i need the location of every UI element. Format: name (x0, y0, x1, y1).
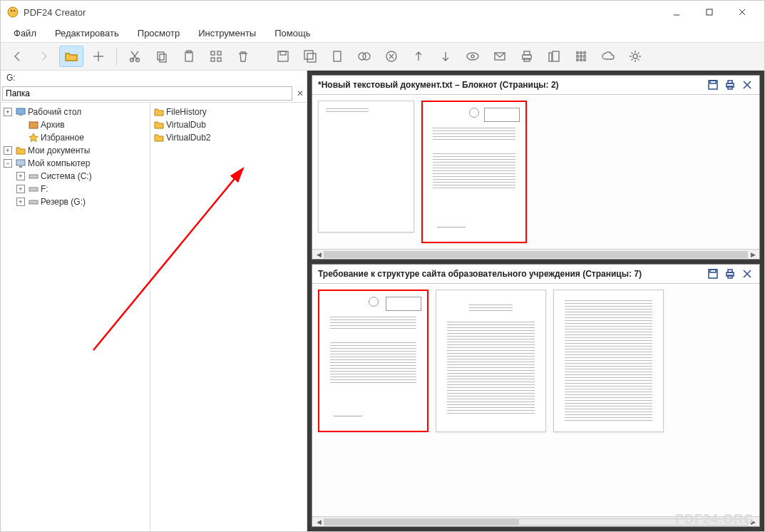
svg-rect-43 (16, 108, 25, 114)
doc-save-button[interactable] (707, 267, 719, 280)
cloud-button[interactable] (596, 46, 620, 67)
fax-button[interactable] (542, 46, 566, 67)
doc-pages (312, 284, 759, 516)
add-button[interactable] (86, 46, 111, 67)
svg-point-34 (580, 52, 582, 54)
window-title: PDF24 Creator (24, 7, 660, 18)
minimize-button[interactable] (660, 1, 693, 24)
menu-edit[interactable]: Редактировать (46, 25, 128, 41)
forward-button[interactable] (32, 46, 56, 67)
drive-icon (28, 170, 39, 182)
svg-rect-14 (217, 51, 221, 55)
page-thumb-selected[interactable] (421, 101, 527, 243)
doc-title: *Новый текстовый документ.txt – Блокнот … (318, 80, 707, 90)
tree-reserve-g[interactable]: +Резерв (G:) (2, 195, 148, 208)
svg-point-25 (467, 53, 478, 60)
titlebar: PDF24 Creator (1, 1, 764, 24)
save-all-button[interactable] (298, 46, 322, 67)
new-doc-button[interactable] (325, 46, 349, 67)
copy-button[interactable] (150, 46, 174, 67)
down-button[interactable] (433, 46, 458, 67)
maximize-button[interactable] (693, 1, 726, 24)
doc-save-button[interactable] (707, 78, 719, 91)
doc-close-button[interactable] (741, 78, 754, 91)
page-thumb-selected[interactable] (318, 290, 428, 432)
svg-point-37 (580, 56, 582, 58)
menu-help[interactable]: Помощь (266, 25, 319, 41)
file-item[interactable]: FileHistory (152, 106, 305, 118)
doc-header: *Новый текстовый документ.txt – Блокнот … (312, 76, 759, 95)
svg-rect-32 (553, 51, 559, 61)
doc-close-button[interactable] (741, 267, 754, 280)
svg-rect-21 (334, 51, 341, 61)
file-list[interactable]: FileHistory VirtualDub VirtualDub2 (150, 103, 307, 531)
svg-rect-60 (728, 275, 732, 278)
folder-input[interactable] (2, 86, 292, 101)
archive-icon (28, 119, 39, 131)
svg-point-0 (8, 7, 18, 17)
tree-drive-f[interactable]: +F: (2, 183, 148, 195)
remove-button[interactable] (379, 46, 404, 67)
tree-archive[interactable]: Архив (2, 118, 148, 131)
up-button[interactable] (406, 46, 431, 67)
app-window: PDF24 Creator Файл Редактировать Просмот… (0, 0, 765, 532)
svg-point-41 (584, 59, 586, 61)
page-thumb[interactable] (318, 101, 414, 232)
preview-button[interactable] (461, 46, 485, 67)
svg-point-38 (584, 56, 586, 58)
main-area: G: ✕ +Рабочий стол Архив Избранное +Мои … (1, 71, 764, 531)
horizontal-scrollbar[interactable]: ◀ ▶ (312, 249, 759, 259)
doc-title: Требование к структуре сайта образовател… (318, 269, 707, 279)
doc-print-button[interactable] (724, 267, 736, 280)
clear-folder-icon[interactable]: ✕ (294, 88, 307, 98)
page-thumb[interactable] (553, 290, 664, 432)
page-thumb[interactable] (436, 290, 546, 432)
tree-mycomputer[interactable]: −Мой компьютер (2, 157, 148, 170)
cut-button[interactable] (123, 46, 147, 67)
svg-rect-4 (707, 9, 712, 15)
back-button[interactable] (5, 46, 29, 67)
file-item[interactable]: VirtualDub (152, 118, 305, 131)
svg-rect-30 (524, 58, 530, 61)
folder-tree[interactable]: +Рабочий стол Архив Избранное +Мои докум… (1, 103, 150, 531)
scroll-left-icon[interactable]: ◀ (314, 518, 324, 526)
svg-point-23 (363, 53, 370, 60)
tree-system-c[interactable]: +Система (C:) (2, 170, 148, 183)
tree-favorites[interactable]: Избранное (2, 131, 148, 144)
grid2-button[interactable] (569, 46, 593, 67)
tree-mydocs[interactable]: +Мои документы (2, 144, 148, 157)
toolbar-separator (116, 47, 117, 66)
scroll-left-icon[interactable]: ◀ (314, 250, 324, 259)
menubar: Файл Редактировать Просмотр Инструменты … (1, 24, 764, 42)
save-button[interactable] (271, 46, 295, 67)
document-block-2: Требование к структуре сайта образовател… (312, 264, 760, 527)
email-button[interactable] (488, 46, 512, 67)
svg-rect-19 (304, 51, 313, 59)
close-button[interactable] (726, 1, 759, 24)
merge-button[interactable] (352, 46, 376, 67)
grid-button[interactable] (204, 46, 228, 67)
settings-button[interactable] (623, 46, 647, 67)
svg-rect-17 (278, 51, 288, 61)
file-item[interactable]: VirtualDub2 (152, 131, 305, 144)
menu-view[interactable]: Просмотр (129, 25, 188, 41)
open-folder-button[interactable] (59, 46, 83, 67)
trash-button[interactable] (231, 46, 255, 67)
scroll-right-icon[interactable]: ▶ (748, 250, 758, 259)
svg-rect-44 (19, 115, 23, 116)
folder-icon (15, 145, 26, 156)
toolbar (1, 42, 764, 71)
svg-point-26 (471, 55, 474, 58)
menu-file[interactable]: Файл (5, 25, 45, 41)
print-button[interactable] (515, 46, 539, 67)
tree-desktop[interactable]: +Рабочий стол (2, 106, 148, 118)
drive-label: G: (1, 71, 307, 85)
svg-rect-29 (524, 51, 530, 55)
paste-button[interactable] (177, 46, 201, 67)
doc-print-button[interactable] (724, 78, 736, 91)
svg-point-40 (580, 59, 582, 61)
svg-rect-45 (29, 122, 38, 128)
svg-point-36 (577, 56, 579, 58)
svg-rect-10 (160, 54, 166, 62)
menu-tools[interactable]: Инструменты (190, 25, 265, 41)
